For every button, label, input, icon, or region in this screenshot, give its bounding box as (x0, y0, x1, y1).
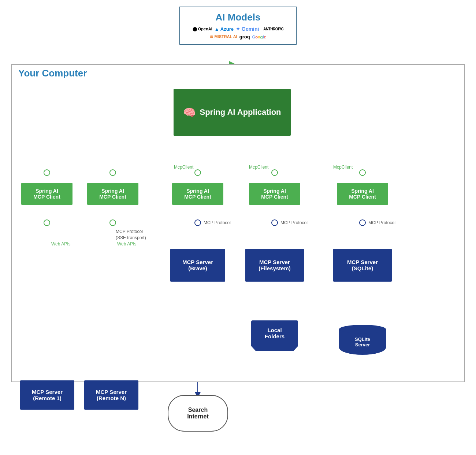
connector-client5-bot (359, 219, 366, 226)
web-apis-label-1: Web APIs (51, 241, 70, 247)
mistral-logo: ≋ MISTRAL AI (210, 34, 237, 39)
spring-ai-icon: 🧠 (183, 106, 196, 119)
web-apis-label-2: Web APIs (117, 241, 136, 247)
your-computer-label: Your Computer (18, 68, 87, 79)
ai-models-box: AI Models ⬤ OpenAI ▲ Azure ✦ Gemini ANTH… (179, 7, 297, 45)
connector-client4-bot (271, 219, 278, 226)
mcp-server-brave: MCP Server(Brave) (170, 249, 225, 282)
mcp-protocol-sse-label: MCP Protocol(SSE transport) (116, 229, 163, 241)
mcp-server-remoteN: MCP Server(Remote N) (84, 380, 138, 410)
sqlite-server: SQLiteServer (339, 329, 386, 355)
mcp-protocol-label-5: MCP Protocol (368, 220, 395, 225)
mcpclient-label-4: McpClient (249, 165, 268, 170)
connector-client3-top (194, 169, 201, 176)
mcp-client-5: Spring AIMCP Client (337, 183, 388, 205)
diagram-container: AI Models ⬤ OpenAI ▲ Azure ✦ Gemini ANTH… (0, 0, 476, 455)
mcpclient-label-3: McpClient (174, 165, 193, 170)
connector-client4-top (271, 169, 278, 176)
azure-logo: ▲ Azure (215, 26, 234, 32)
mcp-server-remote1: MCP Server(Remote 1) (20, 380, 74, 410)
groq-logo: groq (239, 34, 250, 40)
connector-client2-bot (109, 219, 116, 226)
mcp-server-filesystem: MCP Server(Filesystem) (245, 249, 304, 282)
google-logo: Google (252, 35, 266, 39)
mcp-client-4: Spring AIMCP Client (249, 183, 300, 205)
mcp-server-sqlite: MCP Server(SQLite) (333, 249, 392, 282)
mcp-protocol-label-4: MCP Protocol (280, 220, 308, 225)
connector-client3-bot (194, 219, 201, 226)
connector-client1-bot (44, 219, 50, 226)
spring-ai-app-box: 🧠 Spring AI Application (174, 89, 291, 136)
ai-models-logos: ⬤ OpenAI ▲ Azure ✦ Gemini ANTHROP\C ≋ MI… (186, 26, 290, 40)
mcp-protocol-label-3: MCP Protocol (204, 220, 231, 225)
mcp-client-1: Spring AIMCP Client (21, 183, 72, 205)
openai-logo: ⬤ OpenAI (193, 27, 212, 31)
ai-models-title: AI Models (186, 12, 290, 23)
mcp-client-3: Spring AIMCP Client (172, 183, 223, 205)
connector-client1-top (44, 169, 50, 176)
mcp-client-2: Spring AIMCP Client (87, 183, 138, 205)
mcpclient-label-5: McpClient (333, 165, 353, 170)
gemini-logo: ✦ Gemini (236, 26, 259, 32)
connector-client2-top (109, 169, 116, 176)
search-internet: SearchInternet (168, 395, 228, 432)
spring-ai-app-label: Spring AI Application (200, 108, 281, 117)
anthropic-logo: ANTHROP\C (263, 27, 283, 31)
local-folders: LocalFolders (251, 320, 298, 346)
connector-client5-top (359, 169, 366, 176)
